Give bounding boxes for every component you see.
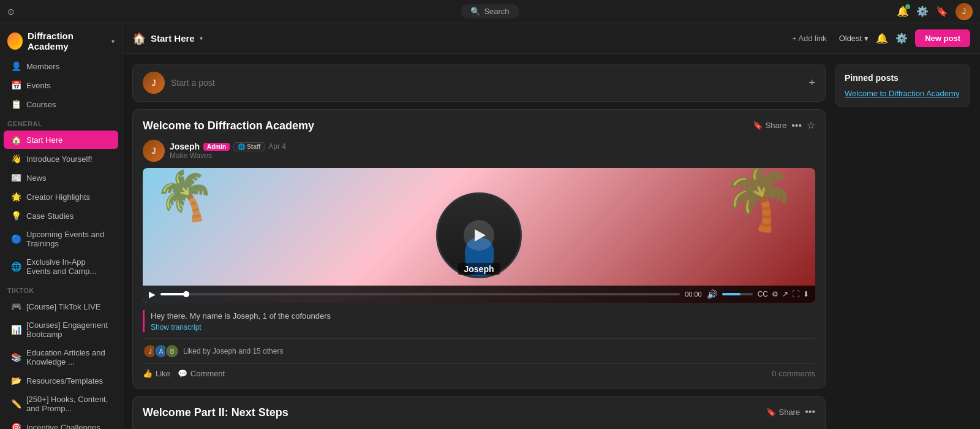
introduce-icon: 👋 — [11, 154, 21, 164]
resources-label: Resources/Templates — [26, 376, 103, 385]
post-header-actions-1: 🔖 Share ••• ☆ — [753, 120, 815, 131]
palm-tree-right-icon: 🌴 — [717, 168, 800, 237]
sidebar-item-upcoming-events[interactable]: 🔵 Upcoming Events and Trainings — [4, 226, 118, 252]
members-label: Members — [26, 62, 59, 71]
progress-fill — [160, 293, 186, 295]
pinned-posts-title: Pinned posts — [845, 73, 961, 83]
author-name-row-1: Joseph Admin 🌐 Staff Apr 4 — [170, 142, 286, 151]
post-header-2: Welcome Part II: Next Steps 🔖 Share ••• — [143, 406, 815, 419]
sidebar-item-members[interactable]: 👤 Members — [4, 57, 118, 75]
tiktok-section-label: TikTok — [0, 281, 122, 297]
play-button[interactable] — [464, 220, 494, 251]
post-star-icon[interactable]: ☆ — [807, 120, 815, 131]
news-label: News — [26, 173, 47, 183]
news-icon: 📰 — [11, 173, 21, 183]
volume-bar[interactable] — [722, 293, 753, 295]
content-header-right: + Add link Oldest ▾ 🔔 ⚙️ New post — [787, 29, 970, 47]
sidebar-item-creator-highlights[interactable]: 🌟 Creator Highlights — [4, 188, 118, 206]
sidebar-item-start-here[interactable]: 🏠 Start Here — [4, 131, 118, 149]
post-more-options-2-icon[interactable]: ••• — [805, 406, 815, 417]
bookmark-icon[interactable]: 🔖 — [936, 6, 948, 17]
sidebar-item-courses[interactable]: 📋 Courses — [4, 95, 118, 113]
upcoming-events-label: Upcoming Events and Trainings — [26, 230, 111, 248]
settings-icon[interactable]: ⚙️ — [916, 6, 929, 17]
sidebar-item-news[interactable]: 📰 News — [4, 169, 118, 187]
creator-highlights-icon: 🌟 — [11, 192, 21, 202]
like-button[interactable]: 👍 Like — [143, 369, 170, 378]
hooks-label: [250+] Hooks, Content, and Promp... — [26, 395, 111, 413]
settings-video-icon[interactable]: ⚙ — [772, 290, 778, 298]
engagement-icon: 📊 — [11, 325, 21, 335]
sort-chevron-icon: ▾ — [864, 34, 869, 43]
play-triangle-icon — [475, 229, 486, 241]
user-avatar[interactable]: J — [956, 3, 973, 20]
channel-name: Start Here — [151, 33, 195, 44]
creator-highlights-label: Creator Highlights — [26, 192, 90, 202]
sidebar-item-education[interactable]: 📚 Education Articles and Knowledge ... — [4, 344, 118, 371]
search-icon: 🔍 — [470, 7, 480, 16]
search-bar[interactable]: 🔍 Search — [461, 4, 519, 18]
post-more-options-icon[interactable]: ••• — [791, 120, 802, 131]
content-header: 🏠 Start Here ▾ + Add link Oldest ▾ 🔔 ⚙️ … — [123, 23, 980, 54]
volume-icon[interactable]: 🔊 — [707, 289, 717, 299]
sidebar-item-events[interactable]: 📅 Events — [4, 76, 118, 94]
author-subtitle-1: Make Waves — [170, 151, 286, 160]
progress-bar[interactable] — [160, 293, 680, 295]
post-card-2: Welcome Part II: Next Steps 🔖 Share ••• — [132, 396, 826, 429]
sidebar-item-resources[interactable]: 📂 Resources/Templates — [4, 371, 118, 390]
video-background: 🌴 🌴 👤 Joseph — [143, 168, 815, 303]
feed-container: J Start a post + Welcome to Diffraction … — [123, 54, 980, 429]
sidebar-header[interactable]: 🔆 Diffraction Academy ▾ — [0, 23, 122, 56]
events-icon: 📅 — [11, 80, 21, 90]
fullscreen-icon[interactable]: ⛶ — [792, 290, 799, 298]
general-section-label: General — [0, 114, 122, 130]
sidebar-item-engagement[interactable]: 📊 [Courses] Engagement Bootcamp — [4, 316, 118, 343]
external-link-icon[interactable]: ↗ — [782, 290, 788, 298]
sidebar-item-hooks[interactable]: ✏️ [250+] Hooks, Content, and Promp... — [4, 390, 118, 417]
sidebar-item-incentive[interactable]: 🎯 Incentive Challenges — [4, 418, 118, 429]
hooks-icon: ✏️ — [11, 399, 21, 409]
pinned-posts-box: Pinned posts Welcome to Diffraction Acad… — [835, 64, 970, 107]
notification-bell-icon[interactable]: 🔔 — [897, 6, 909, 17]
share-label-2: Share — [778, 408, 800, 417]
subtitles-icon[interactable]: CC — [758, 290, 768, 298]
likes-row: J A B Liked by Joseph and 15 others — [143, 338, 815, 363]
action-left-1: 👍 Like 💬 Comment — [143, 369, 225, 378]
case-studies-icon: 💡 — [11, 211, 21, 221]
start-post-plus-icon[interactable]: + — [809, 77, 815, 89]
topbar-right: 🔔 ⚙️ 🔖 J — [897, 3, 973, 20]
show-transcript-link[interactable]: Show transcript — [151, 323, 202, 332]
like-avatar-3: B — [165, 344, 179, 359]
comment-button[interactable]: 💬 Comment — [178, 369, 225, 378]
author-avatar-1: J — [143, 140, 165, 162]
add-link-button[interactable]: + Add link — [787, 31, 832, 45]
video-play-icon[interactable]: ▶ — [149, 289, 156, 299]
actions-row-1: 👍 Like 💬 Comment 0 comments — [143, 363, 815, 378]
bookmark-outline-2-icon: 🔖 — [766, 408, 776, 417]
author-info-1: Joseph Admin 🌐 Staff Apr 4 Make Waves — [170, 142, 286, 160]
sort-dropdown[interactable]: Oldest ▾ — [839, 34, 869, 43]
start-post-box[interactable]: J Start a post + — [132, 64, 826, 102]
post-title-2: Welcome Part II: Next Steps — [143, 406, 288, 419]
channel-chevron-icon: ▾ — [200, 35, 203, 42]
exclusive-events-label: Exclusive In-App Events and Camp... — [26, 257, 111, 276]
sidebar-item-case-studies[interactable]: 💡 Case Studies — [4, 207, 118, 225]
sidebar-item-tiktok-live[interactable]: 🎮 [Course] TikTok LIVE — [4, 297, 118, 316]
download-icon[interactable]: ⬇ — [803, 290, 809, 298]
new-post-button[interactable]: New post — [915, 29, 970, 47]
channel-settings-icon[interactable]: ⚙️ — [895, 32, 908, 44]
sidebar-item-exclusive-events[interactable]: 🌐 Exclusive In-App Events and Camp... — [4, 253, 118, 280]
admin-badge: Admin — [203, 143, 230, 151]
post-card-1: Welcome to Diffraction Academy 🔖 Share •… — [132, 109, 826, 389]
incentive-label: Incentive Challenges — [26, 423, 100, 430]
video-name-label: Joseph — [458, 263, 500, 275]
channel-notification-bell-icon[interactable]: 🔔 — [876, 32, 888, 44]
post-header-1: Welcome to Diffraction Academy 🔖 Share •… — [143, 120, 815, 132]
share-button-1[interactable]: 🔖 Share — [753, 121, 786, 130]
staff-label: Staff — [247, 143, 260, 150]
content-header-left: 🏠 Start Here ▾ — [132, 32, 203, 45]
start-here-label: Start Here — [26, 135, 62, 145]
pinned-item-1[interactable]: Welcome to Diffraction Academy — [845, 89, 961, 98]
share-button-2[interactable]: 🔖 Share — [766, 408, 800, 417]
sidebar-item-introduce[interactable]: 👋 Introduce Yourself! — [4, 150, 118, 168]
